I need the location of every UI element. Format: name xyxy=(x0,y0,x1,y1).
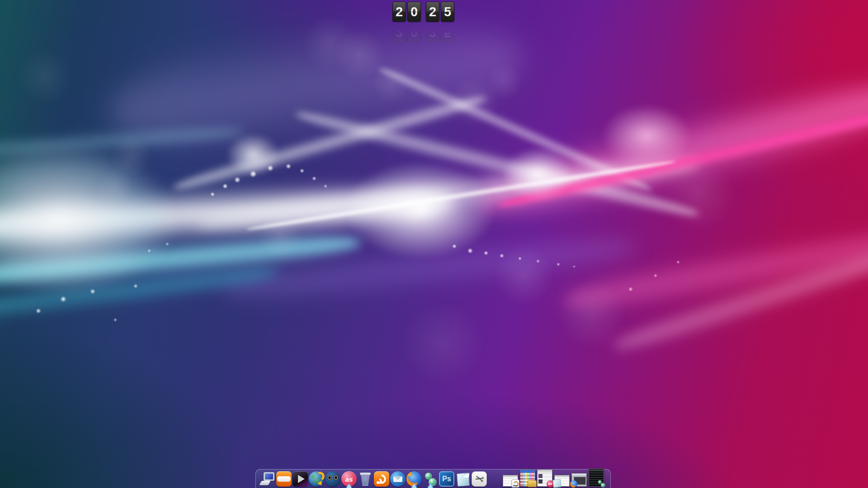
firefox-badge-icon xyxy=(570,480,577,488)
java-badge-icon xyxy=(511,479,519,488)
orange-media-app-icon xyxy=(276,471,292,487)
launcher-photoshop[interactable]: Ps xyxy=(439,470,455,487)
launcher-media-player[interactable] xyxy=(292,470,308,487)
launcher-my-computer[interactable] xyxy=(259,470,276,487)
terminal-window[interactable] xyxy=(589,469,604,487)
thunderbird-icon xyxy=(390,471,406,487)
notepad-icon xyxy=(455,471,471,487)
year-counter: 2025 xyxy=(392,2,454,22)
launcher-thunderbird[interactable] xyxy=(390,470,406,487)
media-player-icon xyxy=(292,471,308,487)
desktop: 2025 2025 asPs✂ as xyxy=(0,0,868,488)
orbs-badge-icon xyxy=(598,480,605,488)
launcher-raccoon-app[interactable] xyxy=(325,470,341,487)
firefox-window[interactable] xyxy=(571,473,587,487)
notepad-badge-icon xyxy=(552,479,561,488)
notepad-window[interactable] xyxy=(554,475,570,487)
wallpaper-sparkles xyxy=(0,0,868,488)
running-indicator xyxy=(428,484,433,488)
flip-digit: 0 xyxy=(407,23,421,42)
dock-launchers: asPs✂ xyxy=(259,470,487,487)
launcher-green-orbs-app[interactable] xyxy=(422,470,439,487)
lastfm-window[interactable]: as xyxy=(537,469,552,487)
flip-digit: 5 xyxy=(441,23,454,42)
raccoon-app-icon xyxy=(325,471,340,487)
dock-taskbar: as xyxy=(502,469,605,487)
launcher-firefox[interactable] xyxy=(406,470,422,487)
java-app-window[interactable] xyxy=(503,475,518,487)
scissors-tool-icon: ✂ xyxy=(472,471,487,487)
file-manager-window[interactable] xyxy=(520,469,535,487)
flip-digit: 2 xyxy=(392,2,406,22)
my-computer-icon xyxy=(260,471,275,487)
year-counter-reflection: 2025 xyxy=(392,23,454,42)
flip-digit: 5 xyxy=(441,2,454,22)
year-flip-widget: 2025 2025 xyxy=(392,2,454,42)
flip-digit: 2 xyxy=(426,23,439,42)
download-globe-icon xyxy=(309,471,324,487)
flip-digit: 0 xyxy=(407,2,421,22)
photoshop-icon: Ps xyxy=(439,471,454,487)
flip-digit: 2 xyxy=(426,2,439,22)
launcher-scissors-tool[interactable]: ✂ xyxy=(471,470,487,487)
trash-icon xyxy=(358,471,373,487)
launcher-trash[interactable] xyxy=(357,470,373,487)
dock: asPs✂ as xyxy=(255,469,611,488)
launcher-rss-reader[interactable] xyxy=(373,470,390,487)
launcher-lastfm[interactable]: as xyxy=(341,470,357,487)
launcher-notepad[interactable] xyxy=(455,470,471,487)
rss-reader-icon xyxy=(374,471,389,487)
running-indicator xyxy=(346,484,352,488)
flip-digit: 2 xyxy=(392,23,406,42)
running-indicator xyxy=(411,484,417,488)
launcher-download-globe[interactable] xyxy=(308,470,325,487)
dock-separator xyxy=(487,482,502,487)
folder-badge-icon xyxy=(528,480,537,487)
launcher-orange-media-app[interactable] xyxy=(276,470,292,487)
